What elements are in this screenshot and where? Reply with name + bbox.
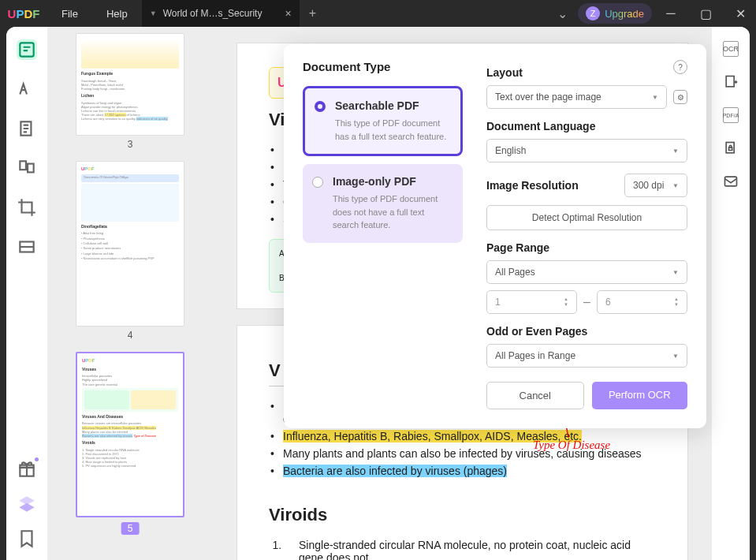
svg-rect-9 — [725, 177, 737, 186]
user-avatar: Z — [586, 6, 600, 21]
layout-select[interactable]: Text over the page image▼ — [486, 85, 667, 109]
svg-rect-6 — [726, 77, 734, 87]
ocr-panel: ? Document Type Searchable PDF This type… — [284, 44, 706, 428]
heading-viroids: Viroids — [269, 505, 656, 525]
chevron-down-icon: ▼ — [672, 147, 679, 155]
share-icon[interactable] — [723, 174, 739, 189]
comment-tool[interactable] — [17, 79, 37, 99]
titlebar: UPDF File Help ▼ World of M…s_Security ×… — [0, 0, 756, 27]
help-icon[interactable]: ? — [673, 60, 687, 74]
chevron-down-icon: ▼ — [672, 353, 679, 360]
tab-close-icon[interactable]: × — [285, 7, 292, 20]
right-toolbar: OCR PDF/A — [712, 27, 750, 560]
page-range-label: Page Range — [486, 241, 687, 254]
chevron-down-icon: ▼ — [652, 94, 658, 101]
spin-down-icon[interactable]: ▼ — [564, 302, 568, 307]
thumb-label-5: 5 — [121, 522, 140, 535]
radio-selected-icon — [315, 101, 326, 112]
protect-icon[interactable] — [723, 140, 739, 156]
page-thumbnail-3[interactable]: Fungus Example Sourdough bread - YeastMo… — [76, 33, 184, 136]
radio-unselected-icon — [312, 177, 323, 188]
detect-resolution-button[interactable]: Detect Optimal Resolution — [486, 205, 687, 230]
organize-tool[interactable] — [17, 158, 37, 178]
list-item: Single-stranded circular RNA molecule, n… — [285, 536, 656, 560]
image-only-desc: This type of PDF document does not have … — [333, 192, 452, 232]
pdfa-icon[interactable]: PDF/A — [723, 107, 739, 123]
gift-icon[interactable] — [17, 459, 37, 480]
dropdown-icon[interactable]: ⌄ — [549, 6, 575, 21]
layout-label: Layout — [486, 66, 687, 79]
spin-up-icon[interactable]: ▲ — [564, 297, 568, 301]
menu-file[interactable]: File — [47, 8, 92, 20]
image-only-title: Image-only PDF — [333, 175, 452, 188]
image-only-pdf-option[interactable]: Image-only PDF This type of PDF document… — [303, 164, 463, 243]
svg-rect-2 — [20, 161, 26, 170]
perform-ocr-button[interactable]: Perform OCR — [592, 382, 688, 409]
add-tab-button[interactable]: + — [300, 6, 326, 21]
list-item: Bacteria are also infected by viruses (p… — [269, 462, 656, 480]
redact-tool[interactable] — [17, 237, 37, 257]
minimize-button[interactable]: ─ — [655, 0, 687, 27]
annotation-text: Type Of Disease — [533, 439, 610, 452]
thumb-label-3: 3 — [76, 139, 184, 150]
resolution-select[interactable]: 300 dpi▼ — [624, 174, 687, 197]
export-icon[interactable] — [723, 74, 739, 90]
language-label: Document Language — [486, 120, 687, 133]
upgrade-label: Upgrade — [605, 8, 644, 20]
searchable-desc: This type of PDF document has a full tex… — [335, 117, 449, 143]
svg-rect-3 — [28, 164, 34, 173]
odd-even-label: Odd or Even Pages — [486, 325, 687, 338]
thumb-label-4: 4 — [76, 330, 184, 341]
reader-tool[interactable] — [17, 39, 37, 60]
tab-chevron-icon: ▼ — [150, 9, 157, 17]
document-tab[interactable]: ▼ World of M…s_Security × — [142, 0, 300, 27]
page-to-input[interactable]: 6 ▲▼ — [597, 290, 687, 314]
searchable-pdf-option[interactable]: Searchable PDF This type of PDF document… — [303, 86, 463, 156]
ocr-tool-icon[interactable]: OCR — [723, 41, 739, 57]
range-separator: – — [583, 295, 590, 309]
chevron-down-icon: ▼ — [672, 182, 679, 189]
crop-tool[interactable] — [17, 197, 37, 218]
resolution-label: Image Resolution — [486, 179, 579, 192]
cancel-button[interactable]: Cancel — [486, 382, 584, 409]
maximize-button[interactable]: ▢ — [690, 0, 721, 27]
svg-rect-8 — [729, 147, 732, 150]
page-thumbnail-5[interactable]: UPDF Viruses Intracellular parasitesHigh… — [76, 352, 184, 517]
language-select[interactable]: English▼ — [486, 139, 687, 162]
chevron-down-icon: ▼ — [672, 269, 679, 276]
close-button[interactable]: ✕ — [724, 0, 756, 27]
upgrade-button[interactable]: Z Upgrade — [578, 3, 652, 24]
odd-even-select[interactable]: All Pages in Range▼ — [486, 344, 687, 368]
edit-tool[interactable] — [17, 118, 37, 139]
page-range-select[interactable]: All Pages▼ — [486, 260, 687, 284]
bookmark-icon[interactable] — [17, 528, 37, 549]
page-from-input[interactable]: 1 ▲▼ — [486, 290, 577, 314]
spin-up-icon[interactable]: ▲ — [674, 297, 679, 301]
tab-title: World of M…s_Security — [163, 8, 263, 19]
document-type-title: Document Type — [303, 60, 463, 73]
menu-help[interactable]: Help — [92, 8, 142, 20]
app-logo: UPDF — [0, 7, 47, 21]
searchable-title: Searchable PDF — [335, 99, 449, 112]
thumbnail-panel: Fungus Example Sourdough bread - YeastMo… — [47, 27, 213, 560]
gear-icon[interactable]: ⚙ — [673, 90, 687, 104]
layers-icon[interactable] — [17, 494, 37, 514]
left-toolbar — [6, 27, 47, 560]
page-thumbnail-4[interactable]: UPDF Characteristics Of Selected Phyla O… — [76, 161, 184, 327]
spin-down-icon[interactable]: ▼ — [674, 302, 679, 307]
